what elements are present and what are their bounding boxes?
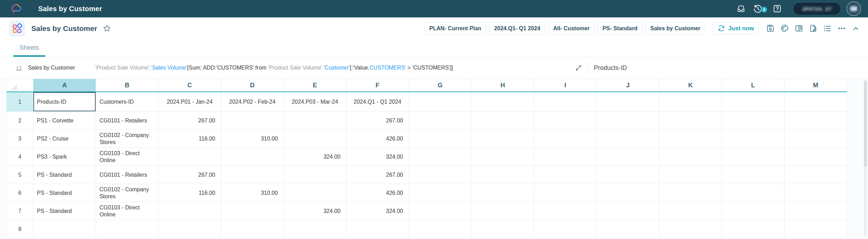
cell-G8[interactable]: [409, 220, 472, 238]
cell-D4[interactable]: [221, 148, 284, 166]
cell-G5[interactable]: [409, 166, 472, 184]
cell-L7[interactable]: [722, 202, 785, 220]
cell-E3[interactable]: [284, 130, 347, 148]
cell-D1[interactable]: 2024.P02 - Feb-24: [221, 92, 284, 111]
cell-L8[interactable]: [722, 220, 785, 238]
cell-A3[interactable]: PS2 - Cruise: [33, 130, 96, 148]
cell-C1[interactable]: 2024.P01 - Jan-24: [159, 92, 221, 111]
favorite-star-icon[interactable]: [103, 24, 111, 33]
cell-D3[interactable]: 310.00: [221, 130, 284, 148]
cell-M4[interactable]: [785, 148, 847, 166]
cell-B7[interactable]: CG0103 - Direct Online: [96, 202, 159, 220]
cell-I4[interactable]: [534, 148, 597, 166]
column-header-f[interactable]: F: [347, 79, 409, 91]
cell-I6[interactable]: [534, 184, 597, 202]
cell-I5[interactable]: [534, 166, 597, 184]
cell-A8[interactable]: [33, 220, 96, 238]
more-options-icon[interactable]: [836, 23, 847, 34]
cell-H4[interactable]: [471, 148, 534, 166]
cell-E2[interactable]: [284, 112, 347, 129]
cell-H1[interactable]: [471, 92, 534, 111]
cell-B5[interactable]: CG0101 - Retailers: [96, 166, 159, 184]
user-id-pill[interactable]: JP0724_37: [794, 3, 840, 15]
cell-A2[interactable]: PS1 - Corvette: [33, 112, 96, 129]
cell-G4[interactable]: [409, 148, 472, 166]
cell-J4[interactable]: [597, 148, 659, 166]
cell-B2[interactable]: CG0101 - Retailers: [96, 112, 159, 129]
cell-M5[interactable]: [785, 166, 847, 184]
app-grid-icon[interactable]: [9, 21, 25, 37]
cell-E7[interactable]: 324.00: [284, 202, 347, 220]
row-header-8[interactable]: 8: [7, 220, 33, 238]
cell-F3[interactable]: 426.00: [347, 130, 409, 148]
column-header-a[interactable]: A: [33, 79, 96, 91]
cell-F5[interactable]: 267.00: [347, 166, 409, 184]
select-all-corner[interactable]: [7, 79, 33, 91]
cell-G7[interactable]: [409, 202, 472, 220]
cell-C6[interactable]: 116.00: [159, 184, 221, 202]
cell-A7[interactable]: PS - Standard: [33, 202, 96, 220]
save-icon[interactable]: [764, 23, 776, 34]
cell-C7[interactable]: [159, 202, 221, 220]
cell-A4[interactable]: PS3 - Spark: [33, 148, 96, 166]
column-header-e[interactable]: E: [284, 79, 347, 91]
cell-K3[interactable]: [659, 130, 722, 148]
cell-K8[interactable]: [659, 220, 722, 238]
list-icon[interactable]: [821, 23, 833, 34]
cell-E8[interactable]: [284, 220, 347, 238]
context-chip-2[interactable]: All- Customer: [548, 22, 595, 35]
column-header-m[interactable]: M: [785, 79, 847, 91]
cell-D7[interactable]: [221, 202, 284, 220]
cell-D2[interactable]: [221, 112, 284, 129]
cell-D6[interactable]: 310.00: [221, 184, 284, 202]
cell-K1[interactable]: [659, 92, 722, 111]
context-chip-3[interactable]: PS- Standard: [598, 22, 642, 35]
cell-C2[interactable]: 267.00: [159, 112, 221, 129]
cell-H6[interactable]: [471, 184, 534, 202]
cell-F4[interactable]: 324.00: [347, 148, 409, 166]
column-header-j[interactable]: J: [597, 79, 659, 91]
cell-H7[interactable]: [471, 202, 534, 220]
collapse-chevron-icon[interactable]: [850, 23, 862, 34]
row-header-6[interactable]: 6: [7, 184, 33, 202]
formula-row-ref[interactable]: 12: [16, 65, 22, 71]
column-header-g[interactable]: G: [409, 79, 472, 91]
cell-D8[interactable]: [221, 220, 284, 238]
cell-H8[interactable]: [471, 220, 534, 238]
help-icon[interactable]: [772, 3, 782, 14]
context-chip-0[interactable]: PLAN- Current Plan: [424, 22, 486, 35]
cell-G2[interactable]: [409, 112, 472, 129]
inbox-icon[interactable]: [736, 3, 746, 14]
cell-I3[interactable]: [534, 130, 597, 148]
cell-B4[interactable]: CG0103 - Direct Online: [96, 148, 159, 166]
cell-B3[interactable]: CG0102 - Company Stores: [96, 130, 159, 148]
cell-F7[interactable]: 324.00: [347, 202, 409, 220]
cell-B8[interactable]: [96, 220, 159, 238]
cell-J1[interactable]: [597, 92, 659, 111]
context-chip-4[interactable]: Sales by Customer: [645, 22, 705, 35]
cell-L6[interactable]: [722, 184, 785, 202]
cell-L5[interactable]: [722, 166, 785, 184]
cell-L1[interactable]: [722, 92, 785, 111]
palette-icon[interactable]: [779, 23, 790, 34]
row-header-7[interactable]: 7: [7, 202, 33, 220]
cell-A6[interactable]: PS - Standard: [33, 184, 96, 202]
edit-document-icon[interactable]: [807, 23, 819, 34]
cell-M6[interactable]: [785, 184, 847, 202]
cell-G6[interactable]: [409, 184, 472, 202]
cell-B6[interactable]: CG0102 - Company Stores: [96, 184, 159, 202]
scrollbar-thumb[interactable]: [864, 80, 867, 167]
row-header-5[interactable]: 5: [7, 166, 33, 184]
cell-F1[interactable]: 2024.Q1 - Q1 2024: [347, 92, 409, 111]
cell-E4[interactable]: 324.00: [284, 148, 347, 166]
cell-H5[interactable]: [471, 166, 534, 184]
context-chip-1[interactable]: 2024.Q1- Q1 2024: [489, 22, 545, 35]
cell-J3[interactable]: [597, 130, 659, 148]
cell-C5[interactable]: 267.00: [159, 166, 221, 184]
row-header-4[interactable]: 4: [7, 148, 33, 166]
cell-J6[interactable]: [597, 184, 659, 202]
cell-M7[interactable]: [785, 202, 847, 220]
cell-G3[interactable]: [409, 130, 472, 148]
cell-I8[interactable]: [534, 220, 597, 238]
column-header-i[interactable]: I: [534, 79, 597, 91]
